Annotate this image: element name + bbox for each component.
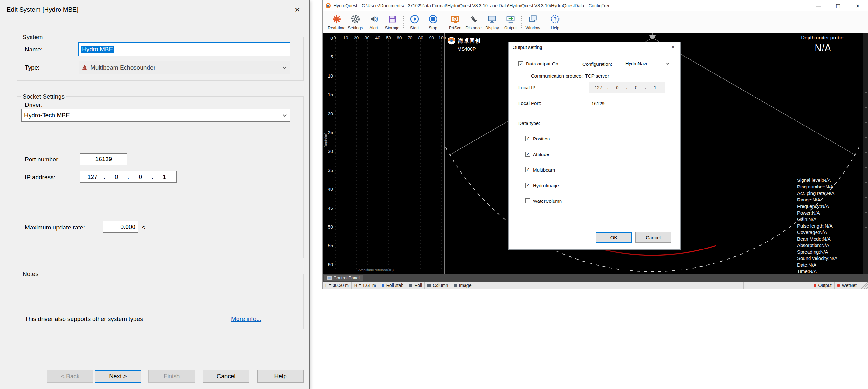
telemetry-line: BeamMode:N/A <box>797 236 837 242</box>
toolbar-window-button[interactable]: Window <box>524 14 542 30</box>
close-button[interactable]: × <box>848 0 868 11</box>
more-info-link[interactable]: More info... <box>231 316 261 323</box>
status-spacer <box>541 282 609 289</box>
toolbar-help-button[interactable]: ? Help <box>546 14 564 30</box>
status-roll[interactable]: Roll <box>406 282 425 289</box>
driver-dropdown[interactable]: Hydro-Tech MBE <box>21 109 290 122</box>
brand-logo: 海卓同创 <box>447 37 481 45</box>
type-dropdown[interactable]: Multibeam Echosounder <box>79 61 290 74</box>
toolbar-output-button[interactable]: Output <box>501 14 520 30</box>
minimize-button[interactable]: — <box>809 0 828 11</box>
ok-button[interactable]: OK <box>596 232 632 243</box>
toolbar-label: Help <box>551 25 559 30</box>
toolbar-label: Distance <box>465 25 482 30</box>
cancel-button[interactable]: Cancel <box>635 232 671 243</box>
port-number-value: 16129 <box>95 156 112 163</box>
telemetry-line: Date:N/A <box>797 262 837 268</box>
cancel-button[interactable]: Cancel <box>203 370 249 383</box>
separator <box>17 358 304 358</box>
back-button[interactable]: < Back <box>47 370 93 383</box>
status-label: Roll stab <box>386 283 403 288</box>
monitor-icon <box>488 14 497 25</box>
help-button[interactable]: Help <box>257 370 304 383</box>
status-image[interactable]: Image <box>451 282 474 289</box>
window-title: HydroQuest---C:\Users\Documents\...37102… <box>334 3 809 8</box>
checkbox-label: Multibeam <box>533 167 555 172</box>
control-panel-tab[interactable]: Control Panel <box>324 275 363 281</box>
checkbox-label: Position <box>533 136 550 141</box>
port-number-input[interactable]: 16129 <box>80 153 127 165</box>
update-rate-value: 0.000 <box>120 223 135 230</box>
maximize-button[interactable]: □ <box>828 0 848 11</box>
indicator-dot-icon <box>381 284 384 287</box>
data-type-checkbox[interactable]: HydroImage <box>525 183 562 188</box>
toolbar-settings-button[interactable]: Settings <box>346 14 365 30</box>
dialog-title: Edit System [Hydro MBE] <box>7 6 79 13</box>
close-icon[interactable]: × <box>667 43 679 51</box>
data-type-checkbox[interactable]: WaterColumn <box>525 198 562 204</box>
telemetry-line: Time:N/A <box>797 268 837 274</box>
type-label: Type: <box>25 64 39 71</box>
ip-octet: 127 <box>81 173 104 181</box>
svg-text:?: ? <box>554 16 557 22</box>
checkbox-box <box>525 152 530 157</box>
checkbox-box <box>525 198 530 203</box>
toolbar-stop-button[interactable]: Stop <box>424 14 442 30</box>
local-port-input[interactable]: 16129 <box>589 98 664 109</box>
dialog-titlebar: Edit System [Hydro MBE] × <box>0 0 309 19</box>
data-type-checkbox[interactable]: Position <box>525 136 562 141</box>
ip-octet: 1 <box>646 85 665 90</box>
finish-button[interactable]: Finish <box>149 370 195 383</box>
telemetry-line: Absorption:N/A <box>797 242 837 249</box>
local-ip-input[interactable]: 127001 <box>589 82 665 93</box>
toolbar-display-button[interactable]: Display <box>483 14 501 30</box>
configuration-dropdown[interactable]: HydroNavi <box>623 59 672 68</box>
name-value: Hydro MBE <box>82 46 114 53</box>
output-dialog-title: Output setting <box>513 44 542 50</box>
toolbar-realtime-button[interactable]: Real-time <box>327 14 346 30</box>
gear-icon <box>351 14 360 25</box>
status-roll-stab[interactable]: Roll stab <box>379 282 406 289</box>
toolbar-label: Storage <box>385 25 400 30</box>
status-wetnet-indicator: WetNet <box>835 282 860 289</box>
update-rate-label: Maximum update rate: <box>25 224 85 231</box>
ip-address-input[interactable]: 127001 <box>80 171 177 183</box>
close-icon[interactable]: × <box>290 4 304 15</box>
status-column[interactable]: Column <box>425 282 451 289</box>
status-height: H = 1.61 m <box>352 282 379 289</box>
data-type-checkbox[interactable]: Attitude <box>525 151 562 157</box>
vertical-scrollbar[interactable] <box>863 33 868 274</box>
resize-grip[interactable] <box>860 282 868 289</box>
checkbox-box <box>525 136 530 141</box>
toolbar-alert-button[interactable]: Alert <box>365 14 383 30</box>
toolbar-label: Output <box>504 25 517 30</box>
image-icon <box>454 284 457 287</box>
toolbar-label: Display <box>485 25 499 30</box>
notes-group-label: Notes <box>21 270 40 278</box>
status-spacer <box>474 282 541 289</box>
brand-name: 海卓同创 <box>458 37 481 44</box>
data-type-checkbox[interactable]: Multibeam <box>525 167 562 172</box>
data-output-on-checkbox[interactable]: Data output On <box>518 61 558 66</box>
ip-octet: 0 <box>104 173 129 181</box>
name-input[interactable]: Hydro MBE <box>79 42 290 56</box>
help-icon: ? <box>550 14 560 25</box>
ip-octet: 0 <box>608 85 627 90</box>
realtime-icon <box>332 14 341 25</box>
telemetry-line: Frequency:N/A <box>797 203 837 210</box>
toolbar-start-button[interactable]: Start <box>405 14 424 30</box>
update-rate-input[interactable]: 0.000 <box>103 221 138 233</box>
local-port-label: Local Port: <box>518 100 541 106</box>
telemetry-line: Power:N/A <box>797 210 837 217</box>
column-icon <box>427 284 431 287</box>
toolbar-storage-button[interactable]: Storage <box>383 14 402 30</box>
brand-logo-icon <box>447 37 456 45</box>
next-button[interactable]: Next > <box>95 370 141 383</box>
telemetry-line: Pulse length:N/A <box>797 223 837 229</box>
toolbar-distance-button[interactable]: Distance <box>465 14 483 30</box>
output-icon <box>506 14 516 25</box>
toolbar-prtscn-button[interactable]: PrtScn <box>446 14 465 30</box>
toolbar-separator <box>543 15 545 29</box>
telemetry-readout: Signal level:N/APing number:N/AAct. ping… <box>797 177 837 274</box>
transducer-icon <box>649 35 656 39</box>
